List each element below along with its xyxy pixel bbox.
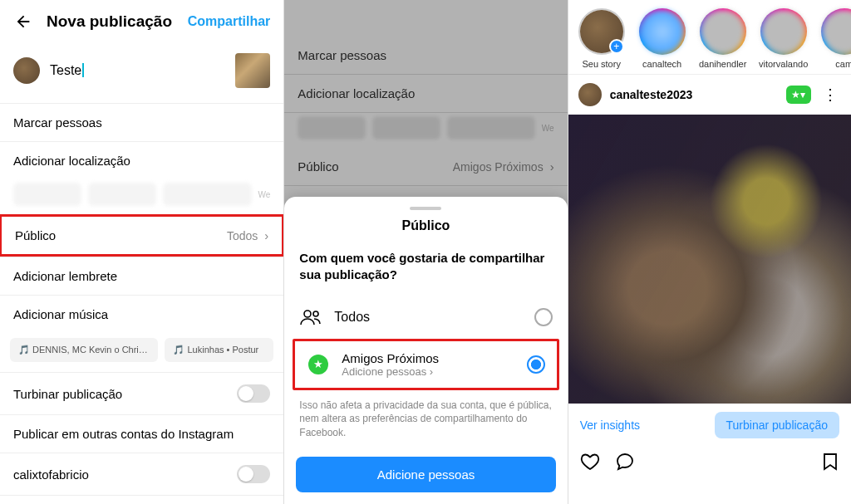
bookmark-icon [821,452,839,472]
boost-row[interactable]: Turbinar publicação [0,372,283,414]
bg-location-suggestions: We [284,113,567,148]
header: Nova publicação Compartilhar [0,0,283,43]
story-avatar [762,10,805,53]
add-music-row[interactable]: Adicionar música [0,295,283,333]
add-location-row[interactable]: Adicionar localização [0,141,283,179]
heart-icon [580,452,600,472]
option-label: Todos [334,310,522,325]
music-chip[interactable]: 🎵 DENNIS, MC Kevin o Chris • Tá OK [10,338,158,362]
back-button[interactable] [13,12,33,32]
account-row[interactable]: calixtofabricio [0,453,283,495]
row-label: Marcar pessoas [13,115,270,130]
like-button[interactable] [580,452,600,472]
post-image[interactable] [568,115,851,404]
story-label: danihendler [698,59,748,69]
caption-input[interactable]: Teste [50,63,225,78]
caption-row: Teste [0,43,283,103]
option-sublabel[interactable]: Adicione pessoas › [342,365,514,378]
svg-point-0 [304,311,311,317]
suggestion-chip [298,116,366,139]
row-label: Adicionar música [13,307,270,321]
story-label: cam [819,59,851,69]
audience-row[interactable]: Público Todos › [2,217,282,254]
audience-bottom-sheet: Público Com quem você gostaria de compar… [284,197,567,504]
option-everyone[interactable]: Todos [284,296,567,339]
post-avatar[interactable] [578,83,602,106]
story-avatar [823,10,851,53]
story-item[interactable]: danihendler [698,8,748,69]
chevron-right-icon: › [264,228,268,242]
people-icon [299,306,322,329]
media-thumbnail[interactable] [235,53,270,88]
sheet-question: Com quem você gostaria de compartilhar s… [284,245,567,296]
row-label: Turbinar publicação [13,387,237,401]
radio-unselected[interactable] [534,308,553,326]
post-menu-button[interactable]: ⋮ [819,86,841,104]
caption-text: Teste [50,63,84,77]
save-button[interactable] [821,452,839,472]
option-label: Amigos Próximos [342,351,514,365]
story-item[interactable]: canaltech [637,8,687,69]
plus-icon: + [609,39,624,54]
location-suggestions: We [0,179,283,214]
music-chip[interactable]: 🎵 Lukinhas • Postur [165,338,273,362]
suggestion-chip[interactable] [88,183,156,206]
sheet-handle[interactable] [410,207,441,210]
highlight-audience: Público Todos › [0,214,283,257]
bg-audience-row: Público Amigos Próximos › [284,148,567,186]
chevron-right-icon: › [550,159,554,174]
feed-panel: + Seu story canaltech danihendler vitorv… [568,0,851,504]
add-reminder-row[interactable]: Adicionar lembrete [0,257,283,295]
svg-point-1 [313,311,318,316]
post-header: canalteste2023 ★▾ ⋮ [568,74,851,115]
tag-people-row[interactable]: Marcar pessoas [0,103,283,141]
suggestion-chip [447,116,535,139]
story-item[interactable]: vitorvalando [759,8,809,69]
story-avatar [701,10,745,53]
suggestion-chip[interactable] [13,183,81,206]
highlight-close-friends: ★ Amigos Próximos Adicione pessoas › [293,339,558,390]
share-button[interactable]: Compartilhar [188,14,271,29]
stories-row[interactable]: + Seu story canaltech danihendler vitorv… [568,0,851,74]
sheet-title: Público [284,218,567,245]
account-toggle[interactable] [237,465,270,483]
bg-add-location-row: Adicionar localização [284,75,567,113]
close-friends-badge: ★▾ [786,86,811,104]
suggestion-chip [372,116,440,139]
post-action-icons [568,447,851,480]
view-insights-link[interactable]: Ver insights [580,418,640,432]
add-people-button[interactable]: Adicione pessoas [296,457,555,492]
boost-toggle[interactable] [237,384,270,403]
comment-button[interactable] [615,452,635,472]
story-item[interactable]: cam [819,8,851,69]
row-label: Público [15,228,227,242]
post-username[interactable]: canalteste2023 [610,88,778,101]
story-your-story[interactable]: + Seu story [577,8,627,69]
option-close-friends[interactable]: ★ Amigos Próximos Adicione pessoas › [295,341,556,388]
row-label: Adicionar localização [13,154,270,168]
page-title: Nova publicação [47,12,188,31]
comment-icon [615,452,635,472]
row-label: Adicionar lembrete [13,269,270,283]
other-accounts-row: Publicar em outras contas do Instagram [0,414,283,453]
sheet-note: Isso não afeta a privacidade da sua cont… [284,390,567,452]
scroll-hint: We [258,190,271,199]
story-avatar [641,10,684,53]
arrow-left-icon [14,12,32,31]
boost-post-button[interactable]: Turbinar publicação [715,412,839,438]
avatar [13,57,40,84]
story-label: Seu story [577,59,627,69]
new-post-panel: Nova publicação Compartilhar Teste Marca… [0,0,283,504]
suggestion-chip[interactable] [163,183,252,206]
music-suggestions: 🎵 DENNIS, MC Kevin o Chris • Tá OK 🎵 Luk… [0,333,283,372]
radio-selected[interactable] [527,355,545,374]
also-publish-row: Publicar também no [0,495,283,504]
bg-tag-people-row: Marcar pessoas [284,37,567,75]
post-insights-row: Ver insights Turbinar publicação [568,404,851,447]
account-name: calixtofabricio [13,467,237,482]
star-icon: ★ [307,353,330,376]
row-label: Publicar em outras contas do Instagram [13,427,270,441]
audience-sheet-panel: Marcar pessoas Adicionar localização We … [283,0,567,504]
story-label: canaltech [637,59,687,69]
row-value: Todos [227,229,258,242]
